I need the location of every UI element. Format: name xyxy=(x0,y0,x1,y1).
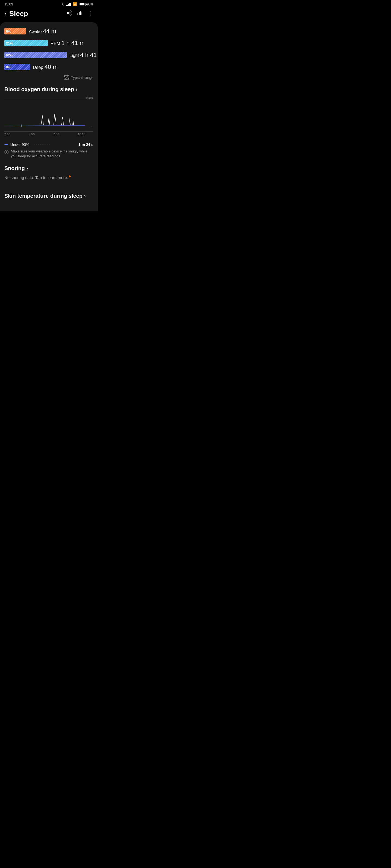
rem-percent: 21% xyxy=(6,41,13,45)
chart-100-label: 100% xyxy=(86,96,93,99)
awake-info: Awake 44 m xyxy=(29,28,56,35)
typical-range-label: Typical range xyxy=(71,75,93,80)
rem-bar: 21% xyxy=(4,40,48,46)
snoring-chevron: › xyxy=(27,165,28,171)
header-right: ⋮ xyxy=(66,10,93,18)
light-label: Light xyxy=(69,53,80,58)
under90-left: Under 90% xyxy=(4,143,52,147)
awake-percent: 9% xyxy=(6,29,11,33)
svg-line-4 xyxy=(68,12,70,12)
svg-rect-6 xyxy=(79,12,80,15)
hatch-icon xyxy=(64,75,69,80)
page-title: Sleep xyxy=(9,9,28,18)
svg-line-3 xyxy=(68,13,70,14)
back-button[interactable]: ‹ xyxy=(4,10,6,18)
chart-area: 100% xyxy=(4,96,93,131)
under90-label: Under 90% xyxy=(10,143,29,147)
blood-oxygen-title[interactable]: Blood oxygen during sleep › xyxy=(4,86,93,93)
awake-duration: 44 m xyxy=(43,28,56,34)
blood-oxygen-chevron: › xyxy=(76,87,77,92)
under90-time: 1 m 24 s xyxy=(79,143,93,147)
stage-deep: 8% Deep 40 m xyxy=(4,63,93,70)
blood-oxygen-chart: 100% xyxy=(4,96,93,140)
svg-rect-5 xyxy=(78,13,79,15)
chart-svg xyxy=(4,96,85,131)
svg-rect-8 xyxy=(82,12,83,15)
bluetooth-icon: ℒ xyxy=(62,2,64,6)
snoring-section: Snoring › No snoring data. Tap to learn … xyxy=(4,165,93,186)
time-label-3: 10:10 xyxy=(78,133,85,136)
sleep-stages: 9% Awake 44 m 21% REM 1 h 41 m 62% xyxy=(4,28,93,80)
under90-row: Under 90% 1 m 24 s xyxy=(4,143,93,147)
snoring-description[interactable]: No snoring data. Tap to learn more. xyxy=(4,175,71,180)
status-indicators: ℒ 📶 95% xyxy=(62,2,93,6)
under90-dash-icon xyxy=(4,144,8,145)
header-left: ‹ Sleep xyxy=(4,9,28,18)
skin-temp-chevron: › xyxy=(84,193,86,199)
battery-percent: 95% xyxy=(87,2,93,6)
wifi-icon: 📶 xyxy=(73,2,77,6)
light-info: Light 4 h 41 m xyxy=(69,52,98,59)
rem-label: REM xyxy=(51,41,61,46)
battery-indicator: 95% xyxy=(79,2,93,6)
svg-line-9 xyxy=(4,125,85,126)
info-text: Make sure your wearable device fits snug… xyxy=(11,149,93,159)
skin-temp-section: Skin temperature during sleep › xyxy=(4,193,93,199)
deep-info: Deep 40 m xyxy=(33,63,58,70)
skin-temp-title[interactable]: Skin temperature during sleep › xyxy=(4,193,93,199)
time-label-1: 4:50 xyxy=(29,133,34,136)
orange-dot xyxy=(69,176,71,177)
light-bar: 62% xyxy=(4,52,67,58)
awake-bar: 9% xyxy=(4,28,26,34)
stage-awake: 9% Awake 44 m xyxy=(4,28,93,35)
awake-label: Awake xyxy=(29,29,43,34)
stage-light: 62% Light 4 h 41 m xyxy=(4,52,93,59)
time-label-2: 7:30 xyxy=(53,133,59,136)
svg-rect-7 xyxy=(80,11,81,15)
main-content: 9% Awake 44 m 21% REM 1 h 41 m 62% xyxy=(0,22,98,211)
light-duration: 4 h 41 m xyxy=(80,52,98,58)
dotted-line xyxy=(34,145,50,145)
light-percent: 62% xyxy=(6,53,13,57)
chart-baseline xyxy=(4,131,85,131)
rem-duration: 1 h 41 m xyxy=(61,40,85,46)
info-row: ⓘ Make sure your wearable device fits sn… xyxy=(4,149,93,159)
stage-rem: 21% REM 1 h 41 m xyxy=(4,40,93,46)
rem-info: REM 1 h 41 m xyxy=(51,40,85,46)
signal-icon xyxy=(66,2,71,6)
deep-label: Deep xyxy=(33,65,45,70)
chart-70-label: 70 xyxy=(90,125,93,129)
deep-percent: 8% xyxy=(6,65,11,69)
deep-duration: 40 m xyxy=(45,63,58,70)
header: ‹ Sleep ⋮ xyxy=(0,7,98,22)
snoring-text: No snoring data. Tap to learn more. xyxy=(4,175,68,180)
status-bar: 15:03 ℒ 📶 95% xyxy=(0,0,98,7)
deep-bar: 8% xyxy=(4,64,30,70)
snoring-title[interactable]: Snoring › xyxy=(4,165,93,172)
chart-x-labels: 2:10 4:50 7:30 10:10 xyxy=(4,131,93,136)
info-icon: ⓘ xyxy=(4,149,9,155)
blood-oxygen-section: Blood oxygen during sleep › 100% xyxy=(4,86,93,159)
time-label-0: 2:10 xyxy=(4,133,10,136)
stats-button[interactable] xyxy=(77,10,82,17)
share-button[interactable] xyxy=(66,10,72,17)
status-time: 15:03 xyxy=(4,2,13,6)
typical-range: Typical range xyxy=(4,75,93,80)
more-button[interactable]: ⋮ xyxy=(87,10,93,18)
